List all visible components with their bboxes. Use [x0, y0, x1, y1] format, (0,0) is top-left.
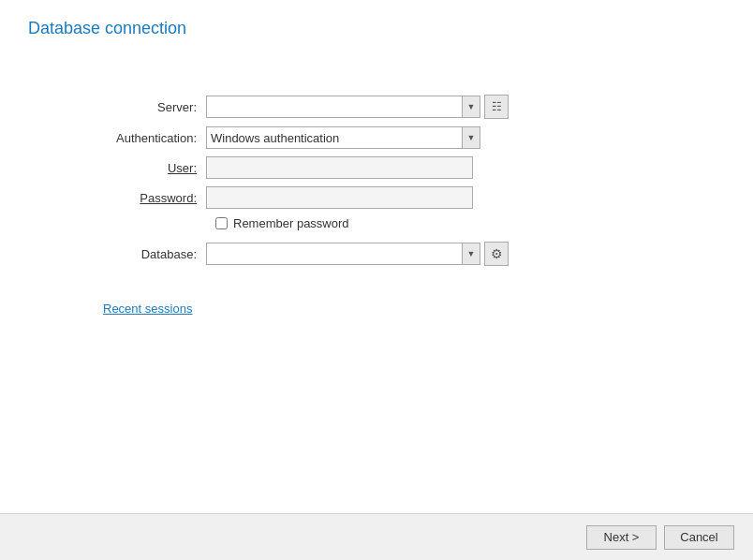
authentication-select-wrapper: Windows authentication SQL Server authen… — [206, 126, 480, 149]
remember-password-label[interactable]: Remember password — [233, 216, 349, 230]
authentication-row: Authentication: Windows authentication S… — [103, 126, 725, 149]
server-row: Server: ▼ ☷ — [103, 95, 725, 119]
next-button[interactable]: Next > — [586, 525, 657, 550]
user-row: User: — [103, 156, 725, 179]
server-label: Server: — [103, 100, 206, 114]
database-label: Database: — [103, 247, 206, 261]
authentication-input-group: Windows authentication SQL Server authen… — [206, 126, 480, 149]
database-select-wrapper: ▼ — [206, 243, 480, 265]
database-refresh-icon: ⚙ — [491, 246, 503, 261]
server-select-wrapper: ▼ — [206, 96, 480, 118]
recent-sessions-link[interactable]: Recent sessions — [103, 302, 192, 316]
user-label-link: User: — [168, 161, 197, 175]
password-row: Password: — [103, 186, 725, 209]
password-input-group — [206, 186, 473, 209]
password-label-link: Password: — [140, 191, 197, 205]
remember-password-row: Remember password — [215, 216, 725, 230]
page-title: Database connection — [28, 19, 725, 38]
cancel-button[interactable]: Cancel — [664, 525, 734, 550]
authentication-label: Authentication: — [103, 131, 206, 145]
remember-password-checkbox[interactable] — [215, 217, 228, 229]
user-input-group — [206, 156, 473, 179]
recent-sessions-container: Recent sessions — [103, 302, 725, 316]
footer: Next > Cancel — [0, 513, 753, 560]
database-refresh-button[interactable]: ⚙ — [484, 242, 509, 266]
user-label: User: — [103, 161, 206, 175]
database-row: Database: ▼ ⚙ — [103, 242, 725, 266]
password-label: Password: — [103, 191, 206, 205]
database-select[interactable] — [206, 243, 480, 265]
server-select[interactable] — [206, 96, 480, 118]
server-browse-button[interactable]: ☷ — [484, 95, 509, 119]
user-input[interactable] — [206, 156, 473, 179]
server-input-group: ▼ ☷ — [206, 95, 509, 119]
password-input[interactable] — [206, 186, 473, 209]
main-content: Database connection Server: ▼ ☷ Authenti… — [0, 0, 753, 513]
database-input-group: ▼ ⚙ — [206, 242, 509, 266]
form-area: Server: ▼ ☷ Authentication: Window — [103, 95, 725, 316]
server-browse-icon: ☷ — [492, 100, 502, 113]
authentication-select[interactable]: Windows authentication SQL Server authen… — [206, 126, 480, 149]
